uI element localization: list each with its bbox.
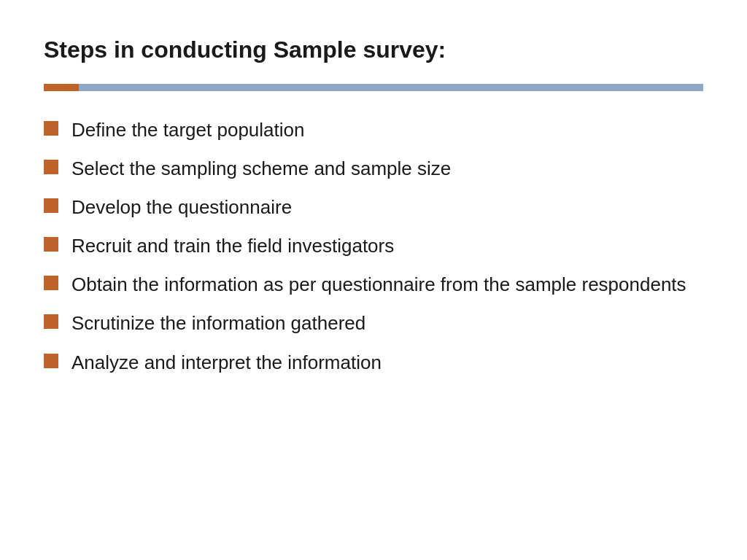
bullet-text-1: Define the target population	[71, 117, 703, 143]
slide: Steps in conducting Sample survey: Defin…	[0, 0, 747, 560]
list-item: Obtain the information as per questionna…	[44, 272, 703, 298]
bullet-text-2: Select the sampling scheme and sample si…	[71, 156, 703, 182]
slide-title: Steps in conducting Sample survey:	[44, 36, 703, 63]
bullet-text-7: Analyze and interpret the information	[71, 350, 703, 376]
bullet-icon	[44, 276, 58, 290]
bullet-icon	[44, 198, 58, 213]
list-item: Analyze and interpret the information	[44, 350, 703, 376]
bullet-text-5: Obtain the information as per questionna…	[71, 272, 703, 298]
bullet-list: Define the target populationSelect the s…	[44, 117, 703, 376]
list-item: Scrutinize the information gathered	[44, 311, 703, 336]
divider-blue	[79, 84, 703, 91]
list-item: Develop the questionnaire	[44, 195, 703, 220]
bullet-text-3: Develop the questionnaire	[71, 195, 703, 220]
list-item: Recruit and train the field investigator…	[44, 233, 703, 259]
divider-orange	[44, 84, 79, 91]
bullet-text-6: Scrutinize the information gathered	[71, 311, 703, 336]
bullet-icon	[44, 237, 58, 252]
divider-bar	[44, 84, 703, 91]
bullet-icon	[44, 354, 58, 368]
list-item: Define the target population	[44, 117, 703, 143]
list-item: Select the sampling scheme and sample si…	[44, 156, 703, 182]
bullet-icon	[44, 314, 58, 329]
bullet-text-4: Recruit and train the field investigator…	[71, 233, 703, 259]
bullet-icon	[44, 160, 58, 174]
bullet-icon	[44, 121, 58, 136]
